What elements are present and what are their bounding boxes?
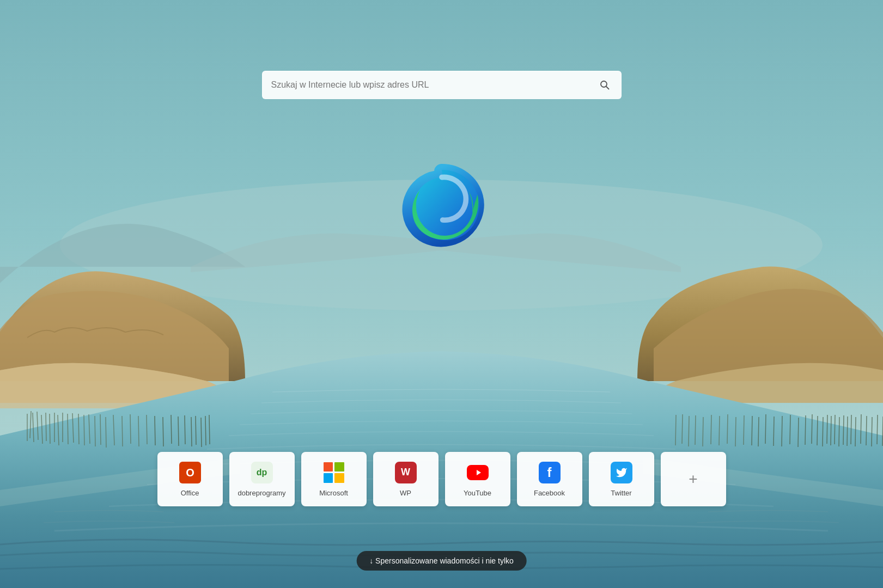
wp-icon-container: W <box>395 462 417 483</box>
facebook-label: Facebook <box>534 489 565 497</box>
youtube-label: YouTube <box>464 489 491 497</box>
add-icon: + <box>683 468 704 490</box>
fb-icon: f <box>539 462 561 483</box>
wp-icon: W <box>395 462 417 483</box>
plus-symbol: + <box>689 470 697 488</box>
quick-link-twitter[interactable]: Twitter <box>589 452 654 506</box>
tw-icon <box>611 462 632 483</box>
notification-bar[interactable]: ↓ Spersonalizowane wiadomości i nie tylk… <box>356 551 527 571</box>
search-input[interactable] <box>271 80 597 90</box>
ms-grid <box>324 462 344 483</box>
facebook-icon: f <box>539 462 561 483</box>
dp-icon: dp <box>251 462 273 483</box>
microsoft-label: Microsoft <box>319 489 348 497</box>
yt-icon <box>467 465 489 480</box>
svg-marker-6 <box>477 470 481 475</box>
quick-link-wp[interactable]: W WP <box>373 452 439 506</box>
svg-point-3 <box>601 81 607 87</box>
dobreprogramy-label: dobreprogramy <box>238 489 285 497</box>
quick-link-facebook[interactable]: f Facebook <box>517 452 582 506</box>
office-label: Office <box>181 489 199 497</box>
search-button[interactable] <box>597 77 612 93</box>
quick-links-bar: O Office dp dobreprogramy Microsoft W WP <box>157 452 726 506</box>
quick-link-add[interactable]: + <box>661 452 726 506</box>
quick-link-microsoft[interactable]: Microsoft <box>301 452 367 506</box>
wp-label: WP <box>400 489 411 497</box>
twitter-label: Twitter <box>611 489 631 497</box>
search-bar <box>262 71 622 99</box>
svg-text:O: O <box>186 467 194 479</box>
youtube-icon <box>467 462 489 483</box>
notification-text: ↓ Spersonalizowane wiadomości i nie tylk… <box>369 556 514 565</box>
search-container <box>262 71 622 99</box>
microsoft-icon <box>323 462 345 483</box>
office-icon: O <box>179 462 201 483</box>
twitter-icon <box>611 462 632 483</box>
quick-link-youtube[interactable]: YouTube <box>445 452 510 506</box>
quick-link-office[interactable]: O Office <box>157 452 223 506</box>
dobreprogramy-icon: dp <box>251 462 273 483</box>
quick-link-dobreprogramy[interactable]: dp dobreprogramy <box>229 452 295 506</box>
edge-logo <box>398 163 485 250</box>
